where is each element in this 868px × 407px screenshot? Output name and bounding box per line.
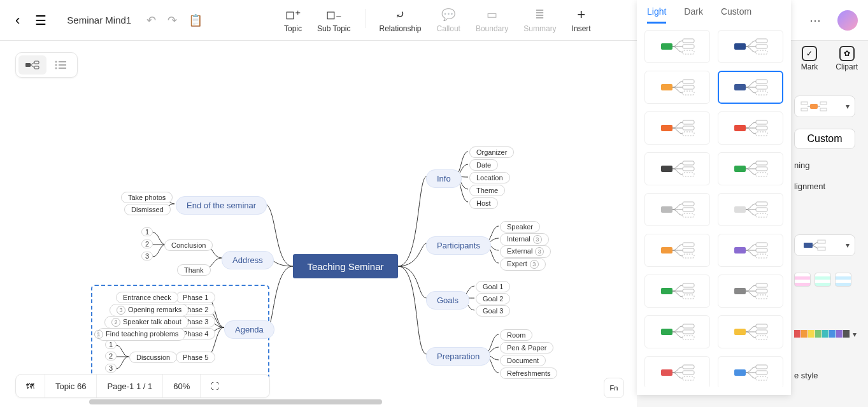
leaf-photos[interactable]: Take photos xyxy=(121,192,173,203)
leaf-c2[interactable]: 2 xyxy=(141,239,153,248)
horizontal-scrollbar[interactable] xyxy=(89,399,554,404)
leaf-pen[interactable]: Pen & Paper xyxy=(500,342,553,353)
theme-card-8[interactable] xyxy=(644,193,710,226)
theme-card-2[interactable] xyxy=(644,71,710,104)
fullscreen-icon[interactable]: ⛶ xyxy=(201,375,229,397)
leaf-p1[interactable]: Phase 1 xyxy=(176,292,215,303)
tab-light[interactable]: Light xyxy=(647,6,666,24)
leaf-goal2[interactable]: Goal 2 xyxy=(476,293,510,304)
subtopic-button[interactable]: ◻₋Sub Topic xyxy=(313,6,354,34)
leaf-c1[interactable]: 1 xyxy=(141,227,153,236)
theme-card-4[interactable] xyxy=(644,111,710,145)
mindmap-canvas[interactable]: Teaching Seminar Info Organizer Date Loc… xyxy=(0,41,637,407)
leaf-s5[interactable]: Discussion xyxy=(129,352,177,363)
svg-rect-4 xyxy=(34,66,39,69)
branch-participants[interactable]: Participants xyxy=(426,236,491,255)
leaf-dismissed[interactable]: Dismissed xyxy=(124,204,171,215)
branch-end[interactable]: End of the seminar xyxy=(176,196,267,215)
outline-view-button[interactable] xyxy=(46,55,75,75)
leaf-date[interactable]: Date xyxy=(469,159,498,171)
zoom-level[interactable]: 60% xyxy=(163,375,201,397)
menu-button[interactable]: ☰ xyxy=(32,10,49,31)
paste-icon[interactable]: 📋 xyxy=(189,13,203,27)
bg-pattern-3[interactable] xyxy=(835,273,851,287)
leaf-s2[interactable]: 3Opening remarks xyxy=(110,304,189,317)
leaf-goal1[interactable]: Goal 1 xyxy=(476,281,510,292)
topic-count[interactable]: Topic 66 xyxy=(45,375,97,397)
leaf-external[interactable]: External3 xyxy=(500,245,551,258)
document-title[interactable]: Seminar Mind1 xyxy=(67,15,131,25)
leaf-c3[interactable]: 3 xyxy=(141,252,153,261)
svg-rect-45 xyxy=(683,208,694,211)
bg-pattern-2[interactable] xyxy=(815,273,831,287)
theme-card-1[interactable] xyxy=(718,30,783,63)
leaf-d1[interactable]: 1 xyxy=(105,340,117,349)
clipart-button[interactable]: ✿Clipart xyxy=(836,46,858,71)
leaf-host[interactable]: Host xyxy=(469,197,498,209)
map-icon[interactable]: 🗺 xyxy=(16,375,45,397)
back-button[interactable]: ‹ xyxy=(10,10,25,31)
mark-icon: ✓ xyxy=(802,46,817,61)
theme-card-13[interactable] xyxy=(718,275,783,308)
page-indicator[interactable]: Page-1 1 / 1 xyxy=(97,375,163,397)
leaf-document[interactable]: Document xyxy=(500,355,546,366)
branch-agenda[interactable]: Agenda xyxy=(224,320,274,339)
bg-pattern-1[interactable] xyxy=(794,273,811,287)
center-topic[interactable]: Teaching Seminar xyxy=(293,254,398,278)
leaf-expert[interactable]: Expert3 xyxy=(500,258,546,271)
leaf-s1[interactable]: Entrance check xyxy=(116,292,178,303)
redo-icon[interactable]: ↷ xyxy=(167,13,177,27)
insert-button[interactable]: +Insert xyxy=(568,6,595,34)
boundary-button[interactable]: ▭Boundary xyxy=(472,6,512,34)
callout-button[interactable]: 💬Callout xyxy=(433,6,464,34)
leaf-thank[interactable]: Thank xyxy=(177,264,211,276)
tab-dark[interactable]: Dark xyxy=(684,6,703,24)
leaf-conclusion[interactable]: Conclusion xyxy=(164,239,213,251)
leaf-p5[interactable]: Phase 5 xyxy=(176,352,215,363)
branch-goals[interactable]: Goals xyxy=(426,291,469,310)
leaf-s3[interactable]: 2Speaker talk about xyxy=(104,316,189,329)
leaf-internal[interactable]: Internal3 xyxy=(500,233,549,246)
leaf-d2[interactable]: 2 xyxy=(105,352,117,361)
mark-button[interactable]: ✓Mark xyxy=(801,46,818,71)
tab-custom[interactable]: Custom xyxy=(721,6,751,24)
leaf-organizer[interactable]: Organizer xyxy=(469,146,514,158)
theme-card-0[interactable] xyxy=(644,30,710,63)
svg-rect-76 xyxy=(683,365,694,369)
more-icon[interactable]: ⋯ xyxy=(809,13,822,27)
undo-icon[interactable]: ↶ xyxy=(146,13,156,27)
leaf-s4[interactable]: 1Find teaching problems xyxy=(97,328,185,341)
theme-card-10[interactable] xyxy=(644,234,710,267)
leaf-goal3[interactable]: Goal 3 xyxy=(476,305,510,317)
leaf-d3[interactable]: 3 xyxy=(105,364,117,373)
theme-card-5[interactable] xyxy=(718,111,783,145)
topic-button[interactable]: ◻⁺Topic xyxy=(280,6,306,34)
theme-card-3[interactable] xyxy=(718,71,783,104)
relationship-button[interactable]: ⤾Relationship xyxy=(376,6,425,34)
branch-preparation[interactable]: Preparation xyxy=(426,347,490,366)
theme-card-7[interactable] xyxy=(718,152,783,185)
mindmap-view-button[interactable] xyxy=(18,55,46,75)
topic-style-selector[interactable]: ▾ xyxy=(794,234,855,256)
leaf-location[interactable]: Location xyxy=(469,172,510,183)
theme-card-17[interactable] xyxy=(718,356,783,387)
theme-card-16[interactable] xyxy=(644,356,710,387)
avatar[interactable] xyxy=(837,10,858,31)
leaf-theme[interactable]: Theme xyxy=(469,185,505,196)
branch-address[interactable]: Address xyxy=(222,251,274,269)
theme-card-12[interactable] xyxy=(644,275,710,308)
layout-selector[interactable]: ▾ xyxy=(794,96,855,117)
leaf-refresh[interactable]: Refreshments xyxy=(500,368,557,379)
theme-card-14[interactable] xyxy=(644,315,710,348)
theme-card-6[interactable] xyxy=(644,152,710,185)
summary-button[interactable]: ≣Summary xyxy=(520,6,560,34)
fn-button[interactable]: Fn xyxy=(604,378,624,398)
theme-card-15[interactable] xyxy=(718,315,783,348)
leaf-room[interactable]: Room xyxy=(500,329,532,341)
theme-card-9[interactable] xyxy=(718,193,783,226)
leaf-speaker[interactable]: Speaker xyxy=(500,221,540,232)
color-palette[interactable]: ▾ xyxy=(794,330,862,338)
custom-style-button[interactable]: Custom xyxy=(794,129,855,149)
theme-card-11[interactable] xyxy=(718,234,783,267)
branch-info[interactable]: Info xyxy=(426,169,462,188)
